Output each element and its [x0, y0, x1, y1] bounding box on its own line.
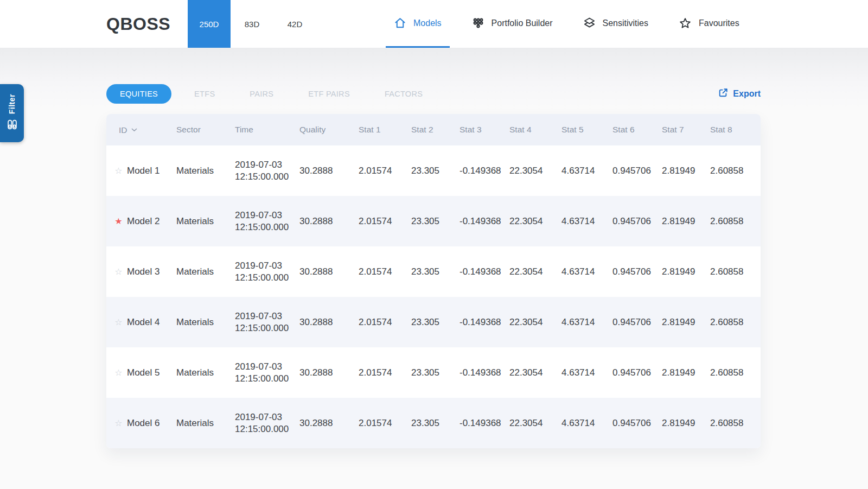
stat-8-cell: 2.60858 [699, 145, 761, 196]
stat-4-cell: 22.3054 [499, 347, 551, 398]
stat-3-cell: -0.149368 [449, 145, 499, 196]
model-id-label: Model 1 [127, 166, 159, 176]
home-icon [394, 17, 406, 29]
category-toolbar: EQUITIES ETFS PAIRS ETF PAIRS FACTORS [106, 48, 761, 104]
column-header-id[interactable]: ID [106, 114, 165, 145]
table-row[interactable]: ☆ Model 3 Materials 2019-07-03 12:15:00.… [106, 246, 761, 297]
id-cell: ☆ Model 4 [106, 297, 165, 347]
stat-1-cell: 2.01574 [348, 398, 400, 448]
quality-cell: 30.2888 [289, 398, 348, 448]
tab-label: ETFS [194, 90, 215, 98]
time-cell: 2019-07-03 12:15:00.000 [224, 398, 289, 448]
stat-2-cell: 23.305 [400, 246, 449, 297]
column-header-stat2[interactable]: Stat 2 [400, 114, 449, 145]
table-row[interactable]: ☆ Model 1 Materials 2019-07-03 12:15:00.… [106, 145, 761, 196]
quality-cell: 30.2888 [289, 246, 348, 297]
column-header-stat4[interactable]: Stat 4 [499, 114, 551, 145]
favourite-star-icon[interactable]: ☆ [114, 419, 123, 428]
stat-3-cell: -0.149368 [449, 246, 499, 297]
sector-cell: Materials [165, 246, 224, 297]
nav-item-models[interactable]: Models [386, 0, 450, 48]
time-clock: 12:15:00.000 [235, 272, 289, 284]
table-row[interactable]: ☆ Model 6 Materials 2019-07-03 12:15:00.… [106, 398, 761, 448]
table-row[interactable]: ☆ Model 4 Materials 2019-07-03 12:15:00.… [106, 297, 761, 347]
favourite-star-icon[interactable]: ☆ [114, 167, 123, 175]
stat-6-cell: 0.945706 [602, 246, 651, 297]
nav-item-favourites[interactable]: Favourites [671, 0, 748, 48]
toggles-icon [7, 119, 18, 132]
period-tab-83d[interactable]: 83D [231, 0, 273, 48]
stat-8-cell: 2.60858 [699, 246, 761, 297]
favourite-star-icon[interactable]: ★ [114, 217, 123, 226]
favourite-star-icon[interactable]: ☆ [114, 369, 123, 377]
star-icon [679, 17, 692, 30]
export-button[interactable]: Export [718, 88, 761, 100]
column-header-quality[interactable]: Quality [289, 114, 348, 145]
table-row[interactable]: ☆ Model 5 Materials 2019-07-03 12:15:00.… [106, 347, 761, 398]
column-header-stat8[interactable]: Stat 8 [699, 114, 761, 145]
time-cell: 2019-07-03 12:15:00.000 [224, 145, 289, 196]
stat-2-cell: 23.305 [400, 398, 449, 448]
stat-5-cell: 4.63714 [551, 398, 602, 448]
stat-1-cell: 2.01574 [348, 246, 400, 297]
stat-8-cell: 2.60858 [699, 398, 761, 448]
quality-cell: 30.2888 [289, 347, 348, 398]
tab-equities[interactable]: EQUITIES [106, 84, 171, 104]
nav-item-sensitivities[interactable]: Sensitivities [575, 0, 656, 48]
stat-1-cell: 2.01574 [348, 347, 400, 398]
column-header-stat1[interactable]: Stat 1 [348, 114, 400, 145]
stat-7-cell: 2.81949 [651, 145, 699, 196]
period-tab-label: 83D [245, 20, 260, 29]
stat-6-cell: 0.945706 [602, 145, 651, 196]
tab-etfs[interactable]: ETFS [194, 84, 215, 104]
id-cell: ☆ Model 1 [106, 145, 165, 196]
tab-factors[interactable]: FACTORS [385, 84, 423, 104]
export-label: Export [733, 89, 761, 99]
stat-3-cell: -0.149368 [449, 196, 499, 246]
column-header-stat6[interactable]: Stat 6 [602, 114, 651, 145]
time-date: 2019-07-03 [235, 361, 289, 373]
model-id-label: Model 6 [127, 418, 159, 429]
period-tab-250d[interactable]: 250D [188, 0, 231, 48]
table-header-row: ID Sector Time Quality Stat 1 Stat 2 Sta… [106, 114, 761, 145]
nav-item-label: Favourites [699, 18, 739, 28]
id-cell: ☆ Model 5 [106, 347, 165, 398]
column-header-stat5[interactable]: Stat 5 [551, 114, 602, 145]
stat-1-cell: 2.01574 [348, 297, 400, 347]
brand-logo: QBOSS [106, 0, 188, 48]
stat-7-cell: 2.81949 [651, 297, 699, 347]
column-header-sector[interactable]: Sector [165, 114, 224, 145]
stat-6-cell: 0.945706 [602, 196, 651, 246]
tab-label: PAIRS [250, 90, 273, 98]
filter-side-tab[interactable]: Filter [0, 84, 24, 142]
dots-grid-icon [472, 17, 484, 29]
stat-3-cell: -0.149368 [449, 398, 499, 448]
period-tab-42d[interactable]: 42D [273, 0, 316, 48]
time-clock: 12:15:00.000 [235, 423, 289, 435]
favourite-star-icon[interactable]: ☆ [114, 268, 123, 276]
sector-cell: Materials [165, 196, 224, 246]
nav-item-portfolio-builder[interactable]: Portfolio Builder [464, 0, 561, 48]
quality-cell: 30.2888 [289, 196, 348, 246]
id-cell: ☆ Model 6 [106, 398, 165, 448]
stat-7-cell: 2.81949 [651, 246, 699, 297]
favourite-star-icon[interactable]: ☆ [114, 318, 123, 327]
table-row[interactable]: ★ Model 2 Materials 2019-07-03 12:15:00.… [106, 196, 761, 246]
sector-cell: Materials [165, 145, 224, 196]
main-nav: Models Portfolio Builder Sensitivities [386, 0, 748, 48]
stat-5-cell: 4.63714 [551, 145, 602, 196]
column-header-time[interactable]: Time [224, 114, 289, 145]
model-id-label: Model 3 [127, 266, 159, 277]
tab-etf-pairs[interactable]: ETF PAIRS [308, 84, 350, 104]
time-clock: 12:15:00.000 [235, 322, 289, 334]
column-header-stat3[interactable]: Stat 3 [449, 114, 499, 145]
model-id-label: Model 2 [127, 216, 159, 227]
stat-3-cell: -0.149368 [449, 347, 499, 398]
period-tabs: 250D 83D 42D [188, 0, 316, 48]
sector-cell: Materials [165, 297, 224, 347]
column-header-stat7[interactable]: Stat 7 [651, 114, 699, 145]
tab-pairs[interactable]: PAIRS [250, 84, 273, 104]
id-cell: ★ Model 2 [106, 196, 165, 246]
stat-4-cell: 22.3054 [499, 145, 551, 196]
models-table-card: ID Sector Time Quality Stat 1 Stat 2 Sta… [106, 114, 761, 448]
